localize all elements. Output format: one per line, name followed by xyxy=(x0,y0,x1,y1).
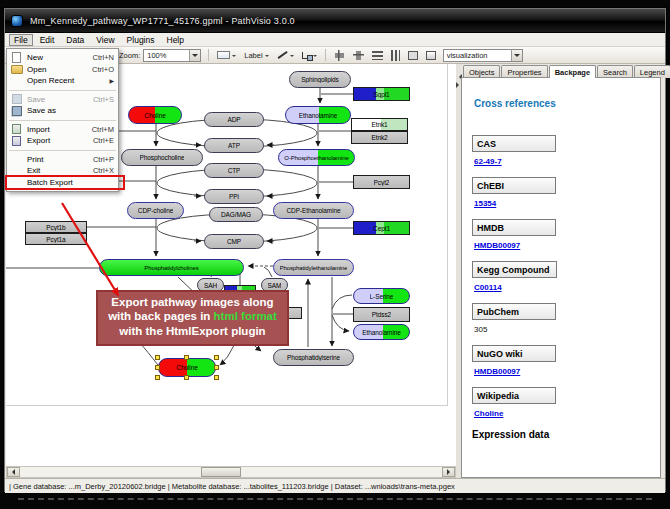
node-phosphatidylcholines[interactable]: Phosphatidylcholines xyxy=(99,259,244,276)
node-cdp-ethanolamine[interactable]: CDP-Ethanolamine xyxy=(273,202,354,219)
node-atp[interactable]: ATP xyxy=(204,138,264,153)
selection-handle[interactable] xyxy=(214,375,219,380)
xref-link-hmdb00097[interactable]: HMDB00097 xyxy=(474,241,650,250)
menu-plugins[interactable]: Plugins xyxy=(122,34,160,46)
node-dag-mag[interactable]: DAG/MAG xyxy=(209,207,263,222)
distribute-columns-button[interactable] xyxy=(388,48,403,62)
tab-backpage[interactable]: Backpage xyxy=(549,65,596,78)
horizontal-scrollbar[interactable] xyxy=(6,466,456,478)
scrollbar-thumb[interactable] xyxy=(201,467,241,477)
node-choline-selected[interactable]: Choline xyxy=(158,358,216,377)
node-ethanolamine-bottom[interactable]: Ethanolamine xyxy=(353,324,410,340)
node-label: CDP-choline xyxy=(138,207,173,214)
node-ppi[interactable]: PPi xyxy=(204,189,264,204)
selection-handle[interactable] xyxy=(155,365,160,370)
xref-section-nugo-wiki: NuGO wikiHMDB00097 xyxy=(472,345,650,376)
xref-link-c00114[interactable]: C00114 xyxy=(474,283,650,292)
selection-handle[interactable] xyxy=(214,365,219,370)
xref-link-hmdb00097[interactable]: HMDB00097 xyxy=(474,367,650,376)
selection-handle[interactable] xyxy=(184,375,189,380)
xref-link-62-49-7[interactable]: 62-49-7 xyxy=(474,157,650,166)
menu-item-spacer xyxy=(10,177,23,187)
new-gene-product-button[interactable] xyxy=(214,48,239,62)
align-center-x-icon xyxy=(334,50,345,61)
page-layout-button[interactable] xyxy=(423,48,439,62)
node-ptdss2[interactable]: Ptdss2 xyxy=(353,307,410,322)
chevron-down-icon[interactable] xyxy=(189,50,200,61)
node-pcyt1b[interactable]: Pcyt1b xyxy=(25,221,87,233)
node-cdp-choline[interactable]: CDP-choline xyxy=(127,202,184,219)
chevron-down-icon[interactable] xyxy=(511,50,522,61)
chevron-down-icon xyxy=(290,55,294,59)
menu-view[interactable]: View xyxy=(91,34,119,46)
node-cept1[interactable]: Cept1 xyxy=(353,221,410,235)
menu-edit[interactable]: Edit xyxy=(35,34,60,46)
node-label: O-Phosphoethanolamine xyxy=(284,155,348,161)
selection-handle[interactable] xyxy=(214,355,219,360)
node-phosphatidylserine[interactable]: Phosphatidylserine xyxy=(273,349,354,366)
node-o-phosphoethanolamine[interactable]: O-Phosphoethanolamine xyxy=(278,149,355,166)
file-menu-item-save[interactable]: SaveCtrl+S xyxy=(7,94,118,106)
new-connector-button[interactable] xyxy=(299,48,320,62)
node-phosphocholine[interactable]: Phosphocholine xyxy=(121,149,203,166)
file-menu-item-export[interactable]: ExportCtrl+E xyxy=(7,135,118,147)
selection-handle[interactable] xyxy=(155,355,160,360)
zoom-combobox[interactable]: 100% xyxy=(143,49,201,62)
new-line-button[interactable] xyxy=(274,48,297,62)
new-document-icon xyxy=(10,53,23,63)
node-ethanolamine-top[interactable]: Ethanolamine xyxy=(285,106,351,124)
xref-link-15354[interactable]: 15354 xyxy=(474,199,650,208)
file-menu-item-import[interactable]: ImportCtrl+M xyxy=(7,124,118,136)
xref-source-wikipedia: Wikipedia xyxy=(472,387,556,404)
annotation-highlight: html format xyxy=(214,310,277,322)
scrollbar-track[interactable] xyxy=(20,467,442,477)
selection-handle[interactable] xyxy=(155,375,160,380)
node-etnk1[interactable]: Etnk1 xyxy=(351,118,408,131)
align-center-x-button[interactable] xyxy=(331,48,348,62)
chevron-down-icon xyxy=(313,55,317,59)
menu-file[interactable]: File xyxy=(9,34,33,46)
menu-data[interactable]: Data xyxy=(61,34,89,46)
file-menu-item-open[interactable]: OpenCtrl+O xyxy=(7,64,118,76)
common-size-button[interactable] xyxy=(405,48,421,62)
node-pcyt1a[interactable]: Pcyt1a xyxy=(25,233,87,245)
node-label: Phosphocholine xyxy=(140,154,185,161)
screenshot-root: { "window": { "title": "Mm_Kennedy_pathw… xyxy=(0,0,670,509)
selection-handle[interactable] xyxy=(184,355,189,360)
node-phosphatidylethanolamine[interactable]: Phosphatidylethanolamine xyxy=(273,259,354,276)
file-menu-item-exit[interactable]: ExitCtrl+X xyxy=(7,165,118,177)
visualization-combobox[interactable]: visualization xyxy=(443,49,523,62)
node-label: Sgpl1 xyxy=(373,91,389,98)
import-icon xyxy=(10,124,23,134)
chevron-down-icon xyxy=(232,55,236,59)
node-label: CMP xyxy=(227,238,241,245)
menu-item-label: Open Recent xyxy=(27,76,103,85)
node-pcyt2[interactable]: Pcyt2 xyxy=(353,175,410,189)
file-menu-item-open-recent[interactable]: Open Recent▶ xyxy=(7,75,118,87)
scroll-left-button[interactable] xyxy=(7,467,20,477)
node-adp[interactable]: ADP xyxy=(204,112,264,127)
scroll-right-button[interactable] xyxy=(442,467,455,477)
new-label-button[interactable]: Label xyxy=(241,48,271,62)
node-etnk2[interactable]: Etnk2 xyxy=(351,131,408,144)
node-l-serine[interactable]: L-Serine xyxy=(353,288,410,304)
right-panel: ObjectsPropertiesBackpageSearchLegend Cr… xyxy=(461,64,661,478)
node-cmp[interactable]: CMP xyxy=(204,234,264,249)
file-menu-item-new[interactable]: NewCtrl+N xyxy=(7,52,118,64)
align-center-y-button[interactable] xyxy=(350,48,367,62)
node-label: SAH xyxy=(204,282,217,289)
file-menu-item-save-as[interactable]: Save as xyxy=(7,105,118,117)
node-sgpl1[interactable]: Sgpl1 xyxy=(353,87,410,101)
window-title: Mm_Kennedy_pathway_WP1771_45176.gpml - P… xyxy=(30,16,295,26)
file-menu-item-batch-export[interactable]: Batch Export xyxy=(7,177,123,189)
node-choline-top[interactable]: Choline xyxy=(128,106,182,124)
file-menu-item-print[interactable]: PrintCtrl+P xyxy=(7,154,118,166)
menu-help[interactable]: Help xyxy=(162,34,189,46)
export-icon xyxy=(10,136,23,146)
node-ctp[interactable]: CTP xyxy=(204,163,264,178)
node-label: Pcyt2 xyxy=(374,179,390,186)
xref-link-choline[interactable]: Choline xyxy=(474,409,650,418)
node-sphingolipids[interactable]: Sphingolipids xyxy=(289,71,351,88)
file-menu-popup: NewCtrl+NOpenCtrl+OOpen Recent▶SaveCtrl+… xyxy=(6,48,119,192)
distribute-rows-button[interactable] xyxy=(369,48,386,62)
